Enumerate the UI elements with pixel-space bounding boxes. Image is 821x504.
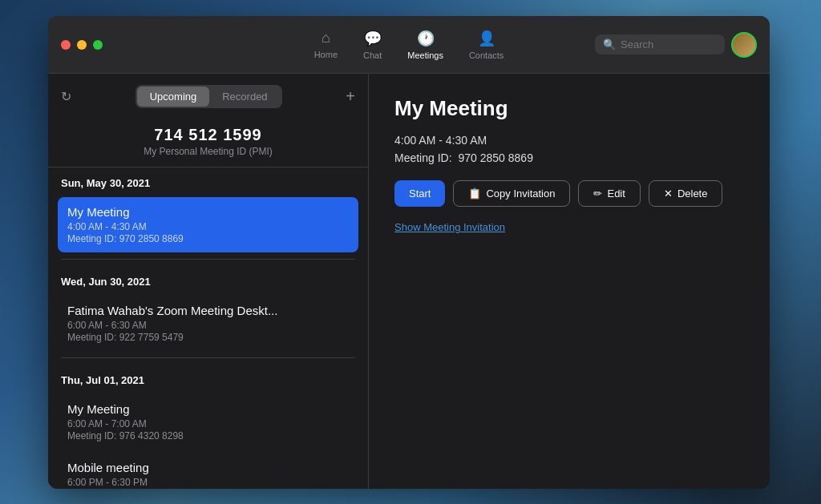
title-bar: ⌂ Home 💬 Chat 🕐 Meetings 👤 Contacts 🔍 [48,16,770,74]
meeting-id-3: Meeting ID: 976 4320 8298 [67,430,349,442]
tab-contacts-label: Contacts [469,50,504,60]
search-area[interactable]: 🔍 [595,34,725,54]
divider-1 [61,259,355,260]
meeting-id-2: Meeting ID: 922 7759 5479 [67,332,349,343]
edit-label: Edit [607,187,625,200]
detail-meeting-id-value: 970 2850 8869 [458,151,532,164]
meetings-icon: 🕐 [417,30,435,47]
date-header-3: Thu, Jul 01, 2021 [48,365,368,391]
copy-invitation-label: Copy Invitation [486,187,555,200]
search-input[interactable] [621,38,717,50]
detail-meeting-id-label: Meeting ID: [394,151,452,164]
delete-label: Delete [677,187,708,200]
tab-chat[interactable]: 💬 Chat [363,30,382,60]
meeting-time-1: 4:00 AM - 4:30 AM [67,221,349,232]
date-header-1: Sun, May 30, 2021 [48,167,368,194]
start-button[interactable]: Start [394,180,445,207]
recorded-tab[interactable]: Recorded [209,87,280,107]
maximize-button[interactable] [93,40,103,50]
search-icon: 🔍 [603,38,616,50]
detail-time: 4:00 AM - 4:30 AM [394,134,744,147]
contacts-icon: 👤 [478,30,495,47]
tab-chat-label: Chat [363,50,382,60]
tab-group: Upcoming Recorded [135,85,282,108]
tab-meetings[interactable]: 🕐 Meetings [407,30,443,60]
tab-home-label: Home [314,50,338,59]
meeting-title-1: My Meeting [67,205,349,219]
home-icon: ⌂ [322,30,330,46]
meeting-title-4: Mobile meeting [67,461,349,474]
add-meeting-button[interactable]: + [346,87,355,106]
show-invitation-link[interactable]: Show Meeting Invitation [394,221,744,233]
meeting-item-1[interactable]: My Meeting 4:00 AM - 4:30 AM Meeting ID:… [58,197,358,252]
app-window: ⌂ Home 💬 Chat 🕐 Meetings 👤 Contacts 🔍 [48,16,770,489]
copy-icon: 📋 [468,187,481,200]
close-button[interactable] [61,40,71,50]
nav-tabs: ⌂ Home 💬 Chat 🕐 Meetings 👤 Contacts [314,30,504,60]
meeting-item-4[interactable]: Mobile meeting 6:00 PM - 6:30 PM [58,453,358,489]
meeting-time-2: 6:00 AM - 6:30 AM [67,320,349,331]
left-panel-header: ↻ Upcoming Recorded + [48,74,368,119]
pmi-number: 714 512 1599 [61,126,355,144]
date-header-2: Wed, Jun 30, 2021 [48,266,368,292]
window-controls [61,40,103,50]
left-panel: ↻ Upcoming Recorded + 714 512 1599 My Pe… [48,74,369,489]
pmi-label: My Personal Meeting ID (PMI) [61,146,355,157]
right-panel: My Meeting 4:00 AM - 4:30 AM Meeting ID:… [369,74,770,489]
tab-home[interactable]: ⌂ Home [314,30,338,59]
pmi-section: 714 512 1599 My Personal Meeting ID (PMI… [48,119,368,167]
meeting-time-3: 6:00 AM - 7:00 AM [67,418,349,429]
action-buttons: Start 📋 Copy Invitation ✏ Edit ✕ Delete [394,180,744,207]
detail-meeting-id: Meeting ID: 970 2850 8869 [394,151,744,164]
meeting-item-3[interactable]: My Meeting 6:00 AM - 7:00 AM Meeting ID:… [58,394,358,450]
delete-button[interactable]: ✕ Delete [649,180,723,207]
refresh-button[interactable]: ↻ [61,89,71,104]
minimize-button[interactable] [77,40,87,50]
meeting-time-4: 6:00 PM - 6:30 PM [67,477,349,488]
meeting-id-1: Meeting ID: 970 2850 8869 [67,233,349,244]
divider-2 [61,357,355,358]
meeting-item-2[interactable]: Fatima Wahab's Zoom Meeting Deskt... 6:0… [58,296,358,351]
meeting-title-2: Fatima Wahab's Zoom Meeting Deskt... [67,304,349,317]
edit-button[interactable]: ✏ Edit [578,180,640,207]
tab-contacts[interactable]: 👤 Contacts [469,30,504,60]
avatar[interactable] [731,32,757,58]
edit-icon: ✏ [593,187,602,200]
upcoming-tab[interactable]: Upcoming [137,87,210,107]
delete-icon: ✕ [664,187,673,200]
main-content: ↻ Upcoming Recorded + 714 512 1599 My Pe… [48,74,770,489]
detail-meeting-title: My Meeting [394,96,744,121]
meeting-title-3: My Meeting [67,402,349,416]
tab-meetings-label: Meetings [407,50,443,60]
copy-invitation-button[interactable]: 📋 Copy Invitation [453,180,570,207]
chat-icon: 💬 [364,30,382,47]
